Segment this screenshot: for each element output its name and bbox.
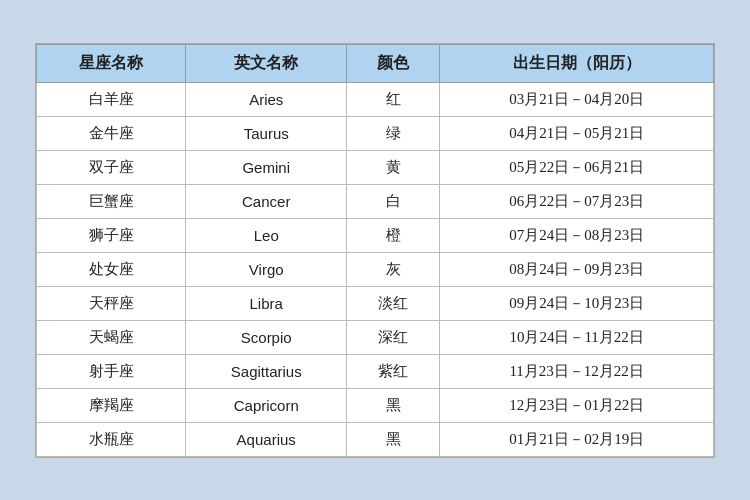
column-header: 颜色	[347, 44, 440, 82]
cell-chinese-name: 天蝎座	[37, 320, 186, 354]
cell-color: 黑	[347, 422, 440, 456]
cell-dates: 08月24日－09月23日	[440, 252, 714, 286]
cell-chinese-name: 白羊座	[37, 82, 186, 116]
cell-english-name: Taurus	[186, 116, 347, 150]
cell-english-name: Scorpio	[186, 320, 347, 354]
cell-english-name: Gemini	[186, 150, 347, 184]
cell-chinese-name: 射手座	[37, 354, 186, 388]
table-body: 白羊座Aries红03月21日－04月20日金牛座Taurus绿04月21日－0…	[37, 82, 714, 456]
cell-english-name: Capricorn	[186, 388, 347, 422]
cell-chinese-name: 巨蟹座	[37, 184, 186, 218]
cell-color: 红	[347, 82, 440, 116]
cell-chinese-name: 处女座	[37, 252, 186, 286]
cell-dates: 12月23日－01月22日	[440, 388, 714, 422]
cell-english-name: Aquarius	[186, 422, 347, 456]
cell-dates: 05月22日－06月21日	[440, 150, 714, 184]
column-header: 出生日期（阳历）	[440, 44, 714, 82]
table-row: 摩羯座Capricorn黑12月23日－01月22日	[37, 388, 714, 422]
table-row: 射手座Sagittarius紫红11月23日－12月22日	[37, 354, 714, 388]
cell-dates: 10月24日－11月22日	[440, 320, 714, 354]
cell-dates: 04月21日－05月21日	[440, 116, 714, 150]
cell-chinese-name: 水瓶座	[37, 422, 186, 456]
column-header: 英文名称	[186, 44, 347, 82]
cell-dates: 03月21日－04月20日	[440, 82, 714, 116]
cell-color: 黑	[347, 388, 440, 422]
cell-english-name: Sagittarius	[186, 354, 347, 388]
cell-color: 灰	[347, 252, 440, 286]
cell-dates: 11月23日－12月22日	[440, 354, 714, 388]
table-row: 天秤座Libra淡红09月24日－10月23日	[37, 286, 714, 320]
table-row: 白羊座Aries红03月21日－04月20日	[37, 82, 714, 116]
table-row: 金牛座Taurus绿04月21日－05月21日	[37, 116, 714, 150]
table-row: 巨蟹座Cancer白06月22日－07月23日	[37, 184, 714, 218]
table-row: 处女座Virgo灰08月24日－09月23日	[37, 252, 714, 286]
table-row: 狮子座Leo橙07月24日－08月23日	[37, 218, 714, 252]
cell-color: 深红	[347, 320, 440, 354]
cell-english-name: Cancer	[186, 184, 347, 218]
cell-english-name: Leo	[186, 218, 347, 252]
column-header: 星座名称	[37, 44, 186, 82]
zodiac-table-container: 星座名称英文名称颜色出生日期（阳历） 白羊座Aries红03月21日－04月20…	[35, 43, 715, 458]
cell-color: 淡红	[347, 286, 440, 320]
cell-color: 白	[347, 184, 440, 218]
cell-chinese-name: 金牛座	[37, 116, 186, 150]
cell-dates: 01月21日－02月19日	[440, 422, 714, 456]
zodiac-table: 星座名称英文名称颜色出生日期（阳历） 白羊座Aries红03月21日－04月20…	[36, 44, 714, 457]
cell-english-name: Libra	[186, 286, 347, 320]
table-row: 水瓶座Aquarius黑01月21日－02月19日	[37, 422, 714, 456]
cell-chinese-name: 摩羯座	[37, 388, 186, 422]
cell-color: 黄	[347, 150, 440, 184]
cell-english-name: Aries	[186, 82, 347, 116]
cell-dates: 07月24日－08月23日	[440, 218, 714, 252]
cell-dates: 06月22日－07月23日	[440, 184, 714, 218]
cell-dates: 09月24日－10月23日	[440, 286, 714, 320]
cell-chinese-name: 天秤座	[37, 286, 186, 320]
table-header-row: 星座名称英文名称颜色出生日期（阳历）	[37, 44, 714, 82]
table-row: 双子座Gemini黄05月22日－06月21日	[37, 150, 714, 184]
cell-color: 绿	[347, 116, 440, 150]
cell-english-name: Virgo	[186, 252, 347, 286]
cell-chinese-name: 双子座	[37, 150, 186, 184]
cell-color: 紫红	[347, 354, 440, 388]
table-row: 天蝎座Scorpio深红10月24日－11月22日	[37, 320, 714, 354]
cell-chinese-name: 狮子座	[37, 218, 186, 252]
cell-color: 橙	[347, 218, 440, 252]
